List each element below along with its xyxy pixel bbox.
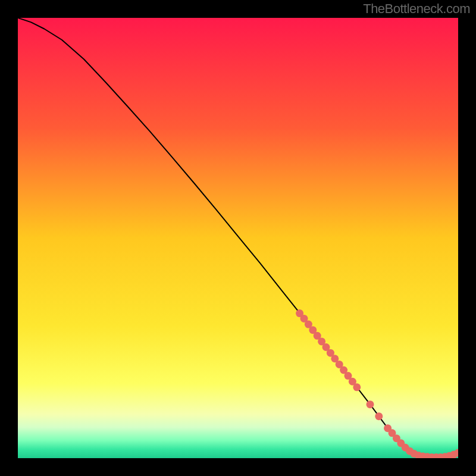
watermark-label: TheBottleneck.com <box>363 1 470 17</box>
gradient-background <box>18 18 458 458</box>
marker-dot <box>353 383 361 391</box>
marker-dot <box>375 412 383 420</box>
chart-svg <box>18 18 458 458</box>
plot-area <box>18 18 458 458</box>
marker-dot <box>367 400 374 408</box>
chart-container: TheBottleneck.com <box>0 0 476 476</box>
